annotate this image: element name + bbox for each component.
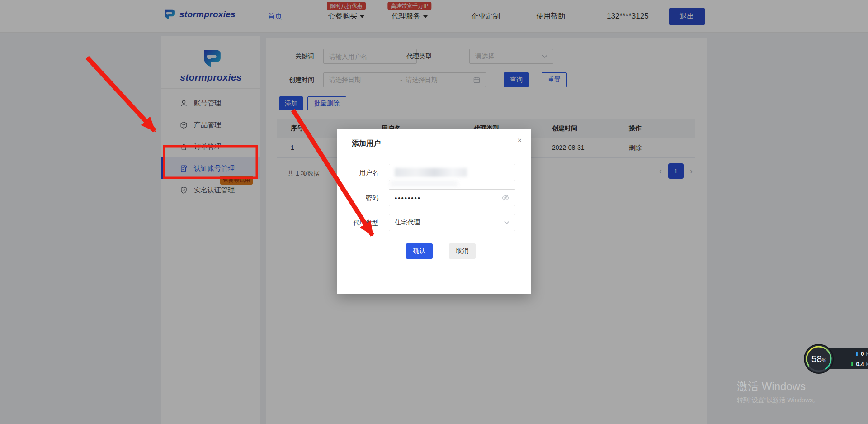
- redaction-smudge: [390, 181, 458, 186]
- modal-proxy-type-select[interactable]: 住宅代理: [389, 214, 515, 231]
- proxy-type-selected-value: 住宅代理: [395, 219, 504, 227]
- download-speed-unit: K/s: [866, 360, 868, 370]
- upload-speed-unit: K/s: [866, 349, 868, 359]
- modal-username-input[interactable]: [389, 164, 515, 181]
- download-speed-value: 0.4: [856, 359, 864, 369]
- upload-speed-value: 0: [861, 349, 864, 359]
- cancel-button[interactable]: 取消: [449, 243, 476, 259]
- modal-title: 添加用户: [352, 139, 381, 148]
- modal-divider: [337, 155, 531, 155]
- modal-password-input[interactable]: ••••••••: [389, 189, 515, 206]
- eye-off-icon[interactable]: [501, 194, 509, 202]
- modal-password-label: 密码: [337, 189, 378, 206]
- close-icon[interactable]: ✕: [517, 137, 522, 144]
- chevron-down-icon: [504, 221, 509, 224]
- modal-proxy-type-label: 代理类型: [337, 214, 378, 231]
- modal-username-label: 用户名: [337, 164, 378, 181]
- usage-gauge: 58%: [805, 345, 833, 373]
- confirm-button[interactable]: 确认: [406, 243, 433, 259]
- download-speed-row: ⬇ 0.4 K/s: [836, 359, 868, 369]
- gauge-ring: [805, 345, 833, 373]
- password-masked-value: ••••••••: [395, 194, 501, 202]
- upload-speed-row: ⬆ 0 K/s: [836, 349, 868, 359]
- download-arrow-icon: ⬇: [849, 359, 854, 369]
- redacted-username-value: [395, 168, 467, 177]
- upload-arrow-icon: ⬆: [854, 349, 859, 359]
- add-user-modal: 添加用户 ✕ 用户名 密码 •••••••• 代理类型 住宅代理 确认 取消: [337, 129, 531, 294]
